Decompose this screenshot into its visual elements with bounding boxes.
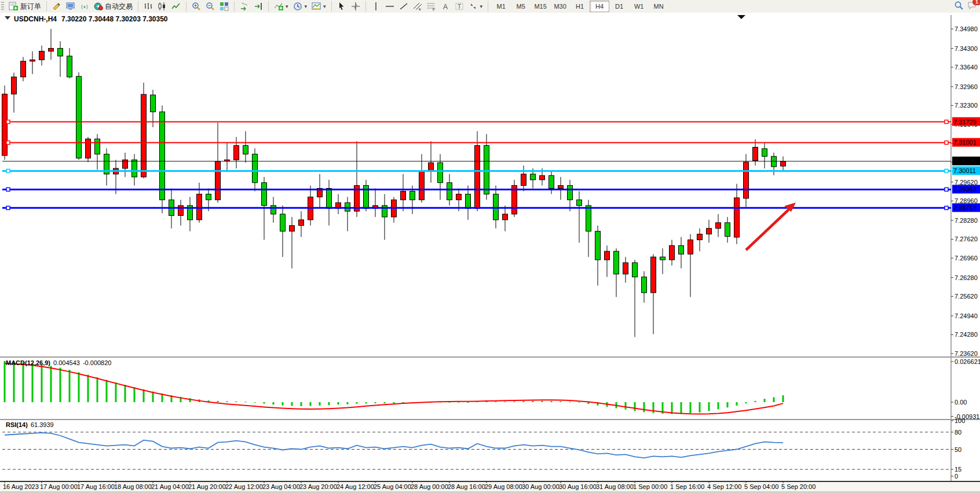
cursor-button[interactable] bbox=[335, 0, 349, 13]
macd-histogram-bar bbox=[217, 401, 219, 402]
price-label-text: 7.29363 bbox=[953, 186, 977, 193]
macd-histogram-bar bbox=[69, 370, 71, 402]
line-handle[interactable] bbox=[945, 206, 948, 209]
macd-histogram-bar bbox=[569, 402, 571, 402]
candle-body bbox=[623, 263, 628, 274]
price-tick-label: 7.34300 bbox=[955, 45, 978, 52]
macd-histogram-bar bbox=[504, 402, 506, 402]
candle-body bbox=[493, 194, 499, 219]
new-order-button[interactable]: 新订单 bbox=[6, 0, 43, 13]
candle-chart-mode-button[interactable] bbox=[155, 0, 169, 13]
zoom-in-button[interactable] bbox=[189, 0, 203, 13]
search-icon[interactable] bbox=[954, 1, 964, 12]
toolbar-right-icons: 1 bbox=[954, 0, 978, 13]
candle-body bbox=[95, 139, 100, 154]
tile-windows-button[interactable] bbox=[217, 0, 231, 13]
timeframe-H4[interactable]: H4 bbox=[590, 1, 609, 12]
chart-area[interactable]: 7.349807.343007.336407.329607.323007.316… bbox=[0, 13, 980, 493]
macd-histogram-bar bbox=[50, 366, 52, 402]
template-icon bbox=[312, 2, 321, 11]
macd-histogram-bar bbox=[356, 402, 358, 404]
macd-histogram-bar bbox=[273, 402, 275, 404]
pane-separator[interactable] bbox=[0, 419, 980, 420]
timeframe-H1[interactable]: H1 bbox=[570, 1, 590, 12]
candle-body bbox=[466, 194, 471, 208]
line-handle[interactable] bbox=[945, 120, 948, 124]
chevron-down-icon[interactable]: ▾ bbox=[305, 3, 308, 9]
timeframe-MN[interactable]: MN bbox=[649, 1, 668, 12]
price-tick-label: 7.25620 bbox=[955, 293, 978, 300]
vertical-line-button[interactable] bbox=[369, 0, 383, 13]
line-handle[interactable] bbox=[945, 141, 948, 144]
chevron-down-icon[interactable]: ▾ bbox=[323, 3, 326, 9]
text-label-button[interactable]: T bbox=[452, 0, 466, 13]
macd-histogram-bar bbox=[495, 402, 497, 402]
candle-body bbox=[215, 161, 221, 200]
timeframe-W1[interactable]: W1 bbox=[629, 1, 649, 12]
time-tick-label: 17 Aug 16:00 bbox=[77, 483, 115, 490]
candle-body bbox=[716, 223, 721, 229]
macd-histogram-bar bbox=[282, 402, 284, 406]
styler-button[interactable] bbox=[50, 0, 64, 13]
toolbar-separator bbox=[488, 1, 488, 12]
fibonacci-button[interactable]: F bbox=[425, 0, 438, 13]
timeframe-M1[interactable]: M1 bbox=[491, 1, 511, 12]
time-tick-label: 31 Aug 08:00 bbox=[596, 483, 634, 490]
tile-icon bbox=[220, 2, 229, 11]
cursor-icon bbox=[337, 2, 346, 11]
timeframe-M15[interactable]: M15 bbox=[531, 1, 550, 12]
equidistant-channel-button[interactable]: E bbox=[411, 0, 425, 13]
timeframe-M5[interactable]: M5 bbox=[511, 1, 531, 12]
chart-title: USDCNH-,H47.30220 7.30448 7.30203 7.3035… bbox=[14, 15, 168, 23]
candle-body bbox=[577, 200, 582, 205]
bar-chart-mode-button[interactable] bbox=[141, 0, 155, 13]
candle-body bbox=[707, 229, 712, 234]
line-handle[interactable] bbox=[6, 120, 10, 124]
crosshair-button[interactable] bbox=[349, 0, 363, 13]
chevron-down-icon[interactable]: ▾ bbox=[286, 3, 288, 9]
line-handle[interactable] bbox=[6, 206, 10, 209]
toolbar-group: 新订单 bbox=[5, 0, 45, 13]
terminal-button[interactable] bbox=[64, 0, 78, 13]
line-handle[interactable] bbox=[945, 187, 948, 191]
candle-body bbox=[549, 175, 554, 188]
candle-body bbox=[178, 205, 184, 215]
macd-label: MACD(12,26,9)0.004543-0.000820 bbox=[6, 359, 111, 366]
candle-body bbox=[234, 145, 239, 160]
timeframe-D1[interactable]: D1 bbox=[609, 1, 629, 12]
time-tick-label: 16 Aug 2023 bbox=[3, 483, 39, 490]
arrows-button[interactable]: ▾ bbox=[466, 0, 485, 13]
pane-separator[interactable] bbox=[0, 356, 980, 358]
fibo-icon: F bbox=[427, 2, 436, 11]
notifications-icon[interactable]: 1 bbox=[967, 1, 978, 12]
macd-histogram-bar bbox=[143, 389, 145, 402]
candle-body bbox=[762, 149, 767, 156]
zoom-out-button[interactable] bbox=[203, 0, 217, 13]
macd-histogram-bar bbox=[708, 402, 710, 411]
line-chart-mode-button[interactable] bbox=[169, 0, 183, 13]
chart-shift-button[interactable] bbox=[251, 0, 265, 13]
periods-button[interactable]: ▾ bbox=[291, 0, 310, 13]
price-tick-label: 7.29620 bbox=[955, 179, 978, 186]
line-handle[interactable] bbox=[6, 169, 10, 172]
trendline-button[interactable] bbox=[397, 0, 411, 13]
timeframe-M30[interactable]: M30 bbox=[550, 1, 570, 12]
signal-button[interactable] bbox=[78, 0, 92, 13]
templates-button[interactable]: ▾ bbox=[309, 0, 328, 13]
line-handle[interactable] bbox=[6, 141, 10, 144]
line-handle[interactable] bbox=[945, 169, 948, 172]
auto-scroll-button[interactable] bbox=[237, 0, 251, 13]
auto-trading-button[interactable]: 自动交易 bbox=[92, 0, 135, 13]
chevron-down-icon[interactable]: ▾ bbox=[480, 3, 483, 9]
line-handle[interactable] bbox=[6, 187, 10, 191]
candle-body bbox=[484, 145, 489, 194]
indicators-button[interactable]: ▾ bbox=[272, 0, 291, 13]
horizontal-line-button[interactable] bbox=[383, 0, 397, 13]
time-tick-label: 18 Aug 08:00 bbox=[114, 483, 152, 490]
time-axis[interactable]: 16 Aug 202317 Aug 00:0017 Aug 16:0018 Au… bbox=[0, 481, 980, 493]
candle-body bbox=[30, 60, 35, 61]
chart-background bbox=[0, 13, 980, 493]
new-order-label: 新订单 bbox=[20, 2, 41, 12]
candle-body bbox=[39, 51, 45, 60]
text-button[interactable]: A bbox=[438, 0, 452, 13]
